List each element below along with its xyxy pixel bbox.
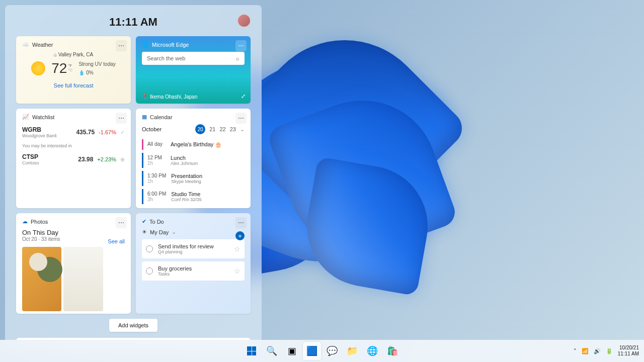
checkbox[interactable] bbox=[146, 245, 153, 252]
stock-symbol: CTSP bbox=[22, 153, 39, 160]
weather-humidity: 0% bbox=[86, 70, 93, 75]
weather-widget[interactable]: ☁️Weather ⋯ ⌂ Valley Park, CA 72°F°C Str… bbox=[16, 36, 131, 104]
widgets-panel: 11:11 AM ☁️Weather ⋯ ⌂ Valley Park, CA 7… bbox=[5, 5, 262, 347]
calendar-icon: ▦ bbox=[142, 114, 147, 120]
weather-title: Weather bbox=[32, 42, 53, 48]
todo-item[interactable]: Buy groceriesTasks☆ bbox=[142, 261, 245, 281]
chevron-up-icon[interactable]: ˄ bbox=[574, 348, 577, 354]
star-icon[interactable]: ☆ bbox=[234, 245, 240, 253]
stock-row[interactable]: CTSPContoso 23.98+2.23%⊕ bbox=[22, 151, 125, 167]
calendar-event[interactable]: All dayAngela's Birthday 🎂 bbox=[142, 139, 245, 150]
date-current[interactable]: 20 bbox=[195, 124, 205, 134]
chevron-down-icon[interactable]: ⌄ bbox=[172, 229, 176, 235]
watchlist-widget[interactable]: 📈Watchlist ⋯ WGRBWoodgrove Bank 435.75-1… bbox=[16, 109, 131, 208]
edge-button[interactable]: 🌐 bbox=[363, 342, 381, 360]
photo-thumbnail[interactable] bbox=[22, 247, 61, 311]
wifi-icon[interactable]: 📶 bbox=[582, 348, 589, 354]
explorer-button[interactable]: 📁 bbox=[343, 342, 361, 360]
checkbox[interactable] bbox=[146, 267, 153, 275]
chat-button[interactable]: 💬 bbox=[323, 342, 341, 360]
stock-change: +2.23% bbox=[97, 156, 116, 162]
todo-title: To Do bbox=[149, 219, 164, 225]
stock-row[interactable]: WGRBWoodgrove Bank 435.75-1.67%✓ bbox=[22, 124, 125, 140]
droplet-icon: 💧 bbox=[78, 70, 85, 75]
home-icon: ⌂ bbox=[54, 52, 57, 57]
weather-location: Valley Park, CA bbox=[58, 52, 93, 57]
pin-icon: 📍 bbox=[142, 94, 148, 100]
battery-icon[interactable]: 🔋 bbox=[606, 348, 613, 354]
unit-c[interactable]: °C bbox=[68, 68, 72, 73]
widgets-button[interactable]: 🟦 bbox=[303, 342, 321, 360]
photos-title: Photos bbox=[31, 219, 48, 225]
check-icon[interactable]: ✓ bbox=[120, 129, 125, 136]
edge-widget[interactable]: 🌐Microsoft Edge ⋯ Search the web ⌕ 📍Ikem… bbox=[136, 36, 251, 104]
volume-icon[interactable]: 🔊 bbox=[594, 348, 601, 354]
stock-company: Contoso bbox=[22, 160, 39, 165]
photos-heading: On This Day bbox=[22, 229, 125, 236]
chevron-down-icon[interactable]: ⌄ bbox=[240, 126, 245, 133]
calendar-title: Calendar bbox=[150, 114, 173, 120]
search-placeholder: Search the web bbox=[147, 55, 185, 61]
weather-temp: 72 bbox=[51, 60, 67, 76]
tray-time: 11:11 AM bbox=[618, 351, 639, 357]
system-clock[interactable]: 10/20/21 11:11 AM bbox=[618, 345, 639, 357]
store-button[interactable]: 🛍️ bbox=[383, 342, 401, 360]
tray-date: 10/20/21 bbox=[618, 345, 639, 351]
weather-condition: Strong UV today bbox=[78, 61, 115, 67]
calendar-widget[interactable]: ▦Calendar ⋯ October 20 21 22 23 ⌄ All da… bbox=[136, 109, 251, 208]
calendar-date[interactable]: 22 bbox=[220, 126, 226, 132]
search-button[interactable]: 🔍 bbox=[263, 342, 281, 360]
star-icon[interactable]: ☆ bbox=[234, 267, 240, 275]
calendar-month[interactable]: October bbox=[142, 126, 162, 132]
cloud-icon: ☁️ bbox=[22, 41, 29, 48]
photos-icon: ☁ bbox=[22, 218, 28, 225]
edge-icon: 🌐 bbox=[142, 41, 149, 48]
calendar-event[interactable]: 12 PM1hLunch Alex Johnson bbox=[142, 153, 245, 168]
edge-location: Ikema Ohashi, Japan bbox=[150, 94, 198, 100]
calendar-date[interactable]: 21 bbox=[209, 126, 215, 132]
more-icon[interactable]: ⋯ bbox=[116, 217, 127, 228]
todo-list-name[interactable]: My Day bbox=[150, 229, 169, 235]
photo-thumbnail[interactable] bbox=[105, 247, 125, 311]
user-avatar[interactable] bbox=[237, 14, 251, 27]
stock-price: 23.98 bbox=[78, 156, 93, 163]
widgets-clock: 11:11 AM bbox=[109, 16, 157, 29]
photo-thumbnail[interactable] bbox=[63, 247, 103, 311]
start-button[interactable] bbox=[243, 342, 261, 360]
sun-icon bbox=[31, 61, 45, 75]
calendar-event[interactable]: 1:30 PM1hPresentation Skype Meeting bbox=[142, 171, 245, 186]
edge-search[interactable]: Search the web ⌕ bbox=[142, 52, 245, 65]
add-widgets-button[interactable]: Add widgets bbox=[109, 319, 157, 332]
calendar-date[interactable]: 23 bbox=[230, 126, 236, 132]
calendar-event[interactable]: 6:00 PM3hStudio Time Conf Rm 32/35 bbox=[142, 189, 245, 204]
forecast-link[interactable]: See full forecast bbox=[22, 82, 125, 88]
more-icon[interactable]: ⋯ bbox=[235, 217, 247, 228]
stock-change: -1.67% bbox=[99, 129, 116, 135]
todo-icon: ✔ bbox=[142, 218, 146, 225]
sun-outline-icon: ☀ bbox=[142, 229, 147, 235]
more-icon[interactable]: ⋯ bbox=[116, 113, 127, 124]
stock-symbol: WGRB bbox=[22, 126, 57, 133]
watchlist-title: Watchlist bbox=[32, 114, 54, 120]
photos-widget[interactable]: ☁Photos ⋯ On This Day Oct 20 · 33 items … bbox=[16, 213, 131, 314]
taskview-button[interactable]: ▣ bbox=[283, 342, 301, 360]
seeall-link[interactable]: See all bbox=[108, 238, 125, 244]
taskbar: 🔍 ▣ 🟦 💬 📁 🌐 🛍️ ˄ 📶 🔊 🔋 10/20/21 11:11 AM bbox=[0, 340, 644, 362]
edge-title: Microsoft Edge bbox=[152, 42, 189, 48]
add-task-button[interactable]: + bbox=[235, 231, 245, 240]
expand-icon[interactable]: ⤢ bbox=[241, 93, 246, 100]
search-icon: ⌕ bbox=[236, 55, 239, 61]
todo-item[interactable]: Send invites for reviewQ4 planning☆ bbox=[142, 239, 245, 258]
more-icon[interactable]: ⋯ bbox=[116, 40, 127, 51]
stock-price: 435.75 bbox=[76, 129, 95, 136]
add-icon[interactable]: ⊕ bbox=[120, 156, 125, 163]
todo-widget[interactable]: ✔To Do ⋯ ☀My Day⌄ + Send invites for rev… bbox=[136, 213, 251, 314]
stock-company: Woodgrove Bank bbox=[22, 133, 57, 138]
more-icon[interactable]: ⋯ bbox=[235, 113, 247, 124]
watchlist-note: You may be interested in bbox=[22, 143, 125, 148]
chart-icon: 📈 bbox=[22, 114, 29, 120]
more-icon[interactable]: ⋯ bbox=[235, 40, 247, 51]
